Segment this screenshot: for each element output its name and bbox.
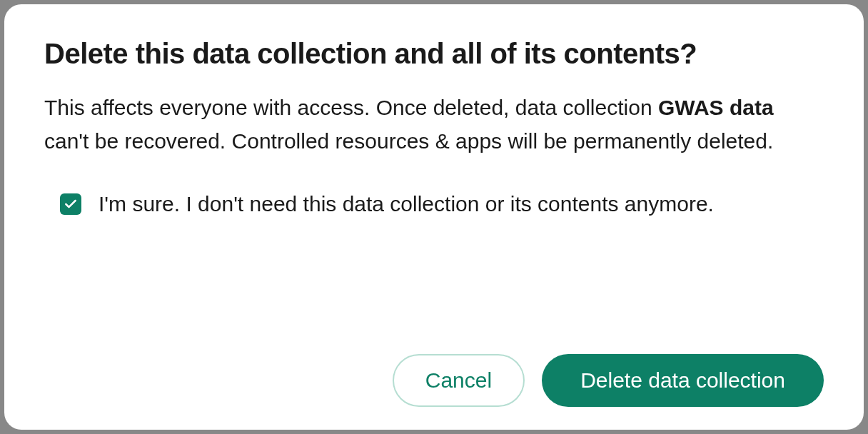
dialog-body: This affects everyone with access. Once … bbox=[44, 91, 824, 158]
check-icon bbox=[64, 197, 78, 211]
confirm-checkbox[interactable] bbox=[60, 193, 81, 215]
dialog-title: Delete this data collection and all of i… bbox=[44, 36, 824, 71]
dialog-body-pre: This affects everyone with access. Once … bbox=[44, 96, 658, 119]
delete-confirmation-dialog: Delete this data collection and all of i… bbox=[4, 4, 864, 430]
delete-button[interactable]: Delete data collection bbox=[542, 354, 824, 407]
dialog-actions: Cancel Delete data collection bbox=[44, 340, 824, 407]
dialog-body-post: can't be recovered. Controlled resources… bbox=[44, 129, 773, 153]
collection-name: GWAS data bbox=[658, 96, 774, 119]
cancel-button[interactable]: Cancel bbox=[393, 354, 525, 407]
confirm-label[interactable]: I'm sure. I don't need this data collect… bbox=[99, 188, 714, 221]
confirm-row: I'm sure. I don't need this data collect… bbox=[44, 188, 824, 221]
